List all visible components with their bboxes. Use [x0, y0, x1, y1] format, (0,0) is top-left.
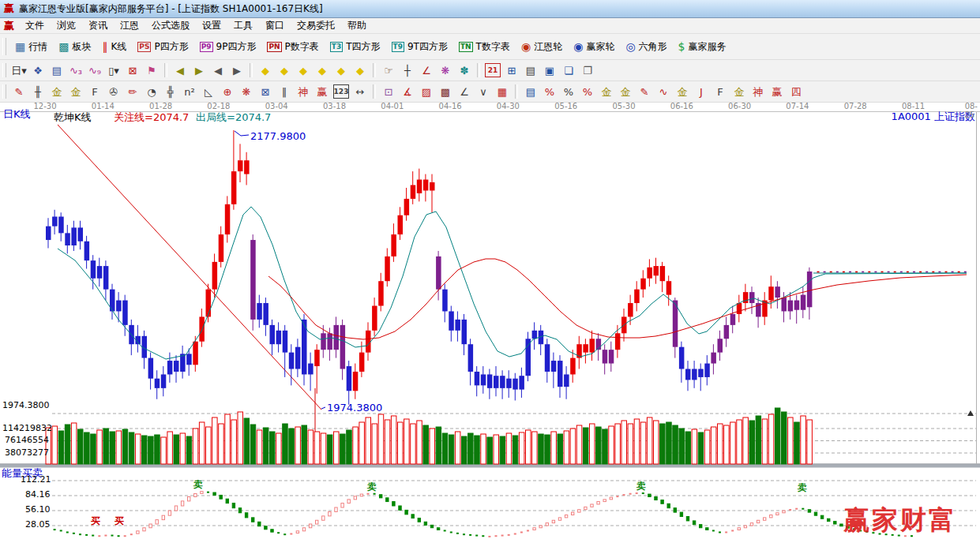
si-line-icon[interactable]: 四: [787, 83, 805, 100]
menu-item-帮助[interactable]: 帮助: [341, 19, 373, 32]
f-grid-icon[interactable]: F: [85, 83, 104, 100]
n2-tool-icon[interactable]: n²: [180, 83, 199, 100]
toolbar-handle[interactable]: [2, 84, 6, 99]
menu-item-交易委托[interactable]: 交易委托: [291, 19, 341, 32]
gold-angle-icon[interactable]: 金: [673, 83, 692, 100]
fan-grid-icon[interactable]: ▩: [436, 83, 455, 100]
market-grid-button[interactable]: ▦行情: [9, 38, 53, 56]
sectors-button[interactable]: ▩板块: [53, 38, 96, 56]
cycle-tool-icon[interactable]: ✽: [455, 62, 474, 79]
percent-line-icon[interactable]: %: [540, 83, 559, 100]
network-icon[interactable]: ❏: [559, 62, 578, 79]
toolbar-handle[interactable]: [2, 38, 6, 55]
brick-x-icon[interactable]: ⊠: [123, 62, 142, 79]
gold-circle-icon[interactable]: 金: [597, 83, 616, 100]
wave-gold-icon[interactable]: ∿: [654, 83, 673, 100]
p-square-button[interactable]: PSP四方形: [132, 38, 193, 56]
shen-tool-icon[interactable]: 神: [294, 83, 313, 100]
menu-item-公式选股[interactable]: 公式选股: [145, 19, 196, 32]
ying-tool-icon[interactable]: 赢: [313, 83, 332, 100]
ying-line-icon[interactable]: 赢: [768, 83, 787, 100]
percent-icon[interactable]: %: [559, 83, 578, 100]
p-number-button[interactable]: PNP数字表: [261, 38, 324, 56]
menu-item-文件[interactable]: 文件: [19, 19, 51, 32]
crosshair-tool-icon[interactable]: ┼: [398, 62, 417, 79]
gann-wheel-button[interactable]: ◉江恩轮: [516, 38, 568, 56]
gann-diamond-right-icon[interactable]: ◆: [275, 62, 294, 79]
next-bar-icon[interactable]: ▶: [227, 62, 246, 79]
percent-bar-icon[interactable]: %: [578, 83, 597, 100]
chart9-tool-icon[interactable]: ∿₉: [85, 62, 104, 79]
menu-item-浏览[interactable]: 浏览: [51, 19, 82, 32]
bars-percent-icon[interactable]: ▤: [521, 83, 540, 100]
gann-diamond-h-icon[interactable]: ◆: [294, 62, 313, 79]
kline-chart[interactable]: [0, 103, 980, 539]
toolbar-handle[interactable]: [2, 63, 6, 77]
save-icon[interactable]: ▣: [540, 62, 559, 79]
pen-gold-icon[interactable]: ✎: [635, 83, 654, 100]
red-grid-icon[interactable]: ▦: [493, 83, 512, 100]
t9-square-button[interactable]: T99T四方形: [386, 38, 453, 56]
p9-square-button[interactable]: P99P四方形: [194, 38, 262, 56]
date-tick: 06-30: [728, 102, 751, 110]
candle-type-dropdown[interactable]: ▯▾: [104, 62, 123, 79]
gold-lines-icon[interactable]: 金: [616, 83, 635, 100]
spiral-tool-icon[interactable]: ✇: [104, 83, 123, 100]
t-square-button[interactable]: T3T四方形: [325, 38, 386, 56]
fan-shade-icon[interactable]: ▨: [417, 83, 436, 100]
list-tool-icon[interactable]: ▤: [47, 62, 66, 79]
select-box-icon[interactable]: ⊡: [379, 83, 398, 100]
menu-item-工具[interactable]: 工具: [227, 19, 259, 32]
parallel-lines-icon[interactable]: ‖: [275, 83, 294, 100]
last-bar-icon[interactable]: ▶: [190, 62, 208, 79]
angle-measure-icon[interactable]: ∠: [417, 62, 436, 79]
chart3-tool-icon[interactable]: ∿₃: [66, 62, 85, 79]
shen-line-icon[interactable]: 神: [749, 83, 768, 100]
grid-target-icon[interactable]: ⊠: [256, 83, 275, 100]
winner-service-button[interactable]: $赢家服务: [673, 38, 732, 56]
flag-icon[interactable]: ⚑: [142, 62, 161, 79]
pen2-tool-icon[interactable]: ✏: [123, 83, 142, 100]
t-number-button[interactable]: TNT数字表: [453, 38, 516, 56]
fan-line-icon[interactable]: ∡: [398, 83, 417, 100]
gann-web-icon[interactable]: ❋: [436, 62, 455, 79]
ruler-123-icon[interactable]: 123: [333, 84, 349, 99]
clock-circle-icon[interactable]: ◔: [142, 83, 161, 100]
chart-area[interactable]: [0, 103, 980, 539]
gann-diamond-star-icon[interactable]: ◆: [332, 62, 351, 79]
menu-item-设置[interactable]: 设置: [196, 19, 227, 32]
web-tool-icon[interactable]: ❋: [237, 83, 256, 100]
pen-tool-icon[interactable]: ✎: [9, 83, 28, 100]
comb-tool-icon[interactable]: ╬: [161, 83, 180, 100]
period-label[interactable]: 日K线: [3, 107, 31, 122]
gann-diamond-star2-icon[interactable]: ◆: [351, 62, 370, 79]
circle-cross-icon[interactable]: ⊕: [218, 83, 237, 100]
menu-item-江恩[interactable]: 江恩: [114, 19, 145, 32]
print-icon[interactable]: ❐: [578, 62, 597, 79]
gold-grid-icon[interactable]: 金: [47, 83, 66, 100]
menu-item-资讯[interactable]: 资讯: [82, 19, 114, 32]
menu-item-窗口[interactable]: 窗口: [259, 19, 291, 32]
mirror-angle-icon[interactable]: ◺: [199, 83, 218, 100]
zigzag-tool-icon[interactable]: ❖: [28, 62, 47, 79]
gann-diamond-x-icon[interactable]: ◆: [313, 62, 332, 79]
grid-tool-icon[interactable]: ╫: [28, 83, 47, 100]
hexagon-button[interactable]: ◎六角形: [620, 38, 672, 56]
angle-line-icon[interactable]: ∠: [455, 83, 474, 100]
calculator-icon[interactable]: ⊞: [502, 62, 521, 79]
gold-line2-icon[interactable]: 金: [730, 83, 749, 100]
hand-tool-icon[interactable]: ☞: [379, 62, 398, 79]
candle-style-dropdown[interactable]: 日▾: [9, 62, 28, 79]
gold-grid2-icon[interactable]: 金: [66, 83, 85, 100]
first-bar-icon[interactable]: ◀: [171, 62, 190, 79]
gann-diamond-left-icon[interactable]: ◆: [256, 62, 275, 79]
kline-button[interactable]: ∥K线: [96, 38, 132, 56]
j-line-icon[interactable]: J: [692, 83, 711, 100]
calendar-icon[interactable]: 21: [485, 63, 501, 77]
winner-wheel-button[interactable]: ◉赢家轮: [568, 38, 620, 56]
harrow-icon[interactable]: ↔: [351, 83, 370, 100]
f-line-icon[interactable]: F: [711, 83, 730, 100]
prev-bar-icon[interactable]: ◀: [208, 62, 227, 79]
notepad-icon[interactable]: ▤: [521, 62, 540, 79]
wave-v-icon[interactable]: ∨: [474, 83, 493, 100]
